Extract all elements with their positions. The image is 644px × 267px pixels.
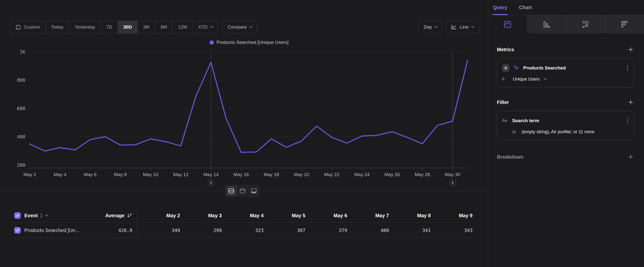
chart-area: 2004006008001K May 2May 4May 6May 8May 1… [0,47,488,188]
event-count: 1 [40,213,42,218]
aggregation-selector[interactable]: Unique Users [513,77,540,82]
x-axis-tick-label: May 28 [415,172,430,177]
legend-swatch [210,41,214,44]
flows-icon [581,20,590,29]
string-type-icon: Aa [502,118,508,123]
annotation-badge[interactable]: 1 [208,179,214,186]
filter-card[interactable]: Aa Search term Is (empty string), Air pu… [497,111,634,140]
granularity-button[interactable]: Day [418,21,442,34]
x-axis-tick-label: May 14 [203,172,218,177]
range-3m[interactable]: 3M [137,21,155,33]
range-label: Custom [24,24,40,30]
sidebar-tabs: Query Chart [488,0,644,15]
y-axis-tick-label: 600 [17,106,25,111]
add-breakdown-button[interactable] [627,153,634,160]
plus-icon [628,47,633,52]
chevron-down-icon [434,25,438,28]
table-cell-value: 307 [264,228,306,233]
annotation-badge[interactable]: 1 [450,179,456,186]
filter-kebab-menu[interactable] [626,116,629,125]
main-area: Custom Today Yesterday 7D 30D 3M 6M 12M … [0,0,488,267]
filter-operator[interactable]: Is [512,129,516,134]
table-col-header: May 5 [264,213,306,218]
date-range-group: Custom Today Yesterday 7D 30D 3M 6M 12M … [10,21,218,34]
x-axis-tick-label: May 30 [445,172,460,177]
tab-chart[interactable]: Chart [519,0,532,15]
y-axis-tick-label: 200 [17,162,25,168]
plus-icon [628,154,633,159]
filter-title: Filter [497,100,509,105]
line-chart-svg [28,47,470,170]
breakdown-title: Breakdown [497,154,524,160]
legend-label: Products Searched [Unique Users] [216,40,288,45]
sort-icon[interactable] [127,213,132,218]
chart-legend: Products Searched [Unique Users] [0,39,488,45]
x-axis-tick-label: May 2 [23,172,36,177]
line-chart-icon [451,24,457,30]
layout-table-only-button[interactable] [248,185,260,196]
metric-kebab-menu[interactable] [626,64,629,72]
check-icon [16,229,20,232]
table-cell-value: 341 [389,228,431,233]
line-chart-plot[interactable]: May 2May 4May 6May 8May 10May 12May 14Ma… [28,47,470,188]
range-yesterday[interactable]: Yesterday [69,21,100,33]
table-only-icon [251,188,257,194]
y-axis-tick-label: 1K [20,49,25,55]
metrics-title: Metrics [497,47,514,53]
table-col-header: May 6 [306,213,347,218]
calendar-icon [16,24,21,30]
x-axis-tick-label: May 4 [54,172,66,177]
row-average-value: 426.9 [118,228,132,233]
chevron-down-icon[interactable] [45,213,48,216]
table-divider [10,238,472,238]
tab-insights[interactable] [488,15,527,33]
chart-only-icon [239,188,246,194]
range-custom[interactable]: Custom [10,21,45,33]
metrics-section-header: Metrics [497,46,634,53]
x-axis-tick-label: May 10 [143,172,158,177]
table-col-header: May 3 [180,213,222,218]
tab-flows[interactable] [566,15,605,33]
chevron-down-icon [471,25,474,28]
plus-icon [628,100,633,105]
results-table: Event 1 Average May 2May 3May 4May 5May … [10,209,472,238]
range-30d[interactable]: 30D [118,21,137,33]
table-column-separator [137,210,137,238]
range-12m[interactable]: 12M [172,21,192,33]
query-sidebar: Query Chart [488,0,644,267]
tab-funnels[interactable] [527,15,566,33]
table-cell-value: 343 [431,228,472,233]
table-col-header: May 7 [347,213,389,218]
x-axis-tick-label: May 24 [354,172,370,177]
layout-split-view-button[interactable] [226,185,237,196]
chevron-down-icon[interactable] [544,77,547,80]
sidebar-content: Metrics A Products Searched # U [488,46,644,160]
range-xtd[interactable]: XTD [192,21,218,33]
metric-card[interactable]: A Products Searched # Unique Users [497,58,634,87]
compare-button[interactable]: Compare [222,21,257,34]
event-column-header: Event [24,213,38,218]
metric-letter-badge: A [502,64,510,72]
range-today[interactable]: Today [45,21,69,33]
filter-value[interactable]: (empty string), Air purifier, or 11 more [522,129,594,134]
filter-section-header: Filter [497,99,634,106]
add-filter-button[interactable] [627,99,634,106]
chart-type-button[interactable]: Line [446,21,479,34]
x-axis-tick-label: May 22 [324,172,339,177]
select-all-checkbox[interactable] [14,212,21,219]
range-6m[interactable]: 6M [155,21,172,33]
y-axis-tick-label: 800 [17,77,25,83]
range-7d[interactable]: 7D [100,21,118,33]
row-checkbox[interactable] [14,227,21,233]
layout-chart-only-button[interactable] [237,185,248,196]
filter-property-name: Search term [512,118,622,123]
table-col-header: May 9 [431,213,472,218]
add-metric-button[interactable] [627,46,634,53]
tab-retention[interactable] [605,15,644,33]
tab-query[interactable]: Query [493,0,507,15]
table-col-header: May 2 [138,213,180,218]
chart-table-divider [0,191,488,191]
x-axis-tick-label: May 8 [114,172,127,177]
y-axis-labels: 2004006008001K [0,47,28,188]
table-col-header: May 8 [389,213,431,218]
